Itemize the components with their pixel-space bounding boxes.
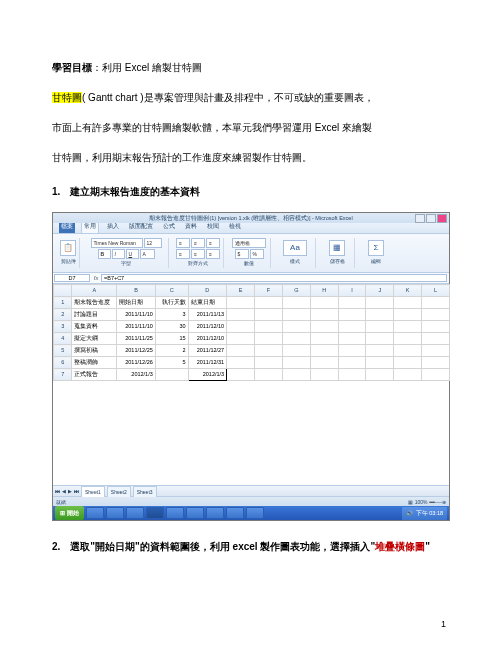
section-2: 2. 選取"開始日期"的資料範圍後，利用 excel 製作圖表功能，選擇插入"堆…	[52, 537, 450, 557]
italic-button[interactable]: I	[112, 249, 125, 259]
underline-button[interactable]: U	[126, 249, 139, 259]
sheet-tab-3[interactable]: Sheet3	[133, 486, 157, 497]
taskbar-button[interactable]	[206, 507, 224, 519]
insert-cell-icon[interactable]: ▦	[329, 240, 345, 256]
section-1-heading: 1. 建立期末報告進度的基本資料	[52, 182, 450, 202]
table-row: 6整稿潤飾2011/12/2652011/12/31	[54, 357, 450, 369]
para-1-rest: ( Gantt chart )是專案管理與計畫及排程中，不可或缺的重要圖表，	[82, 92, 374, 103]
taskbar-button[interactable]	[86, 507, 104, 519]
ribbon-editing[interactable]: Σ 編輯	[359, 238, 393, 268]
sheet-tabs: ⏮ ◀ ▶ ⏭ Sheet1 Sheet2 Sheet3	[53, 485, 449, 496]
styles-icon[interactable]: Aa	[283, 240, 307, 256]
minimize-icon[interactable]	[415, 214, 425, 223]
ribbon-font[interactable]: Times New Roman 12 B I U A 字型	[84, 238, 169, 268]
find-icon[interactable]: Σ	[368, 240, 384, 256]
table-row: 4擬定大綱2011/11/25152011/12/10	[54, 333, 450, 345]
sheet-tab-1[interactable]: Sheet1	[81, 486, 105, 497]
sheet-tab-2[interactable]: Sheet2	[107, 486, 131, 497]
para-2: 市面上有許多專業的甘特圖繪製軟體，本單元我們學習運用 Excel 來繪製	[52, 118, 450, 138]
font-size-box[interactable]: 12	[144, 238, 162, 248]
excel-title: 期末報告進度甘特圖例(1) [version 1.xlk (唯讀層性、相容模式)…	[149, 213, 352, 224]
formula-bar-row: D7 fx =B7+C7	[53, 273, 449, 284]
formula-bar[interactable]: =B7+C7	[101, 274, 447, 282]
nav-next-icon[interactable]: ▶	[68, 486, 72, 496]
para-3: 甘特圖，利用期末報告預計的工作進度來練習製作甘特圖。	[52, 148, 450, 168]
gantt-hl: 甘特圖	[52, 92, 82, 103]
ribbon-cells[interactable]: ▦ 儲存格	[320, 238, 355, 268]
nav-last-icon[interactable]: ⏭	[74, 486, 79, 496]
start-button[interactable]: ⊞開始	[55, 506, 84, 520]
taskbar-button[interactable]	[226, 507, 244, 519]
paste-icon[interactable]: 📋	[60, 240, 76, 256]
status-text: 就緒	[56, 497, 66, 507]
empty-grid-area[interactable]	[53, 381, 449, 485]
red-text: 堆疊橫條圖	[375, 541, 425, 552]
clock: 下午 03:18	[416, 508, 443, 519]
taskbar-button[interactable]	[126, 507, 144, 519]
excel-grid[interactable]: A B C D E F G H I J K L 1期末報告進度開始日期執行天數結…	[53, 284, 450, 381]
ribbon-clipboard[interactable]: 📋 剪貼簿	[57, 238, 80, 268]
maximize-icon[interactable]	[426, 214, 436, 223]
col-headers: A B C D E F G H I J K L	[54, 285, 450, 297]
windows-taskbar: ⊞開始 🔊下午 03:18	[53, 506, 449, 520]
table-row: 5撰寫初稿2011/12/2522011/12/27	[54, 345, 450, 357]
ribbon-styles[interactable]: Aa 樣式	[275, 238, 316, 268]
table-row: 1期末報告進度開始日期執行天數結束日期	[54, 297, 450, 309]
bold-button[interactable]: B	[98, 249, 111, 259]
nav-prev-icon[interactable]: ◀	[62, 486, 66, 496]
ribbon-tabs: 檔案 常用 插入 版面配置 公式 資料 校閱 檢視	[53, 223, 449, 234]
system-tray[interactable]: 🔊下午 03:18	[402, 507, 447, 520]
tray-icon: 🔊	[406, 508, 413, 519]
ribbon-align[interactable]: ≡≡≡ ≡≡≡ 對齊方式	[173, 238, 224, 268]
ribbon: 📋 剪貼簿 Times New Roman 12 B I U A 字型 ≡≡≡ …	[53, 234, 449, 273]
fill-color-button[interactable]: A	[140, 249, 155, 259]
status-bar: 就緒 ▦ 100% ➖──⊕	[53, 496, 449, 506]
taskbar-button[interactable]	[166, 507, 184, 519]
excel-titlebar: 期末報告進度甘特圖例(1) [version 1.xlk (唯讀層性、相容模式)…	[53, 213, 449, 223]
close-icon[interactable]	[437, 214, 447, 223]
taskbar-button-active[interactable]	[146, 507, 164, 519]
heading: 學習目標：利用 Excel 繪製甘特圖	[52, 58, 450, 78]
excel-screenshot: 期末報告進度甘特圖例(1) [version 1.xlk (唯讀層性、相容模式)…	[52, 212, 450, 521]
active-cell[interactable]: 2012/1/3	[188, 369, 227, 381]
windows-logo-icon: ⊞	[60, 507, 65, 519]
ribbon-number[interactable]: 通用格 $% 數值	[228, 238, 271, 268]
fx-icon[interactable]: fx	[91, 273, 101, 283]
taskbar-button[interactable]	[246, 507, 264, 519]
table-row: 2討論題目2011/11/1032011/11/13	[54, 309, 450, 321]
nav-first-icon[interactable]: ⏮	[55, 486, 60, 496]
heading-prefix: 學習目標	[52, 62, 92, 73]
taskbar-button[interactable]	[106, 507, 124, 519]
para-1: 甘特圖( Gantt chart )是專案管理與計畫及排程中，不可或缺的重要圖表…	[52, 88, 450, 108]
table-row: 3蒐集資料2011/11/10302011/12/10	[54, 321, 450, 333]
name-box[interactable]: D7	[54, 274, 90, 282]
heading-rest: ：利用 Excel 繪製甘特圖	[92, 62, 202, 73]
select-all[interactable]	[54, 285, 72, 297]
view-normal-icon[interactable]: ▦	[408, 499, 413, 505]
taskbar-button[interactable]	[186, 507, 204, 519]
table-row: 7正式報告2012/1/32012/1/3	[54, 369, 450, 381]
page-number: 1	[441, 619, 446, 629]
zoom-level[interactable]: 100%	[415, 499, 428, 505]
font-name-box[interactable]: Times New Roman	[91, 238, 143, 248]
